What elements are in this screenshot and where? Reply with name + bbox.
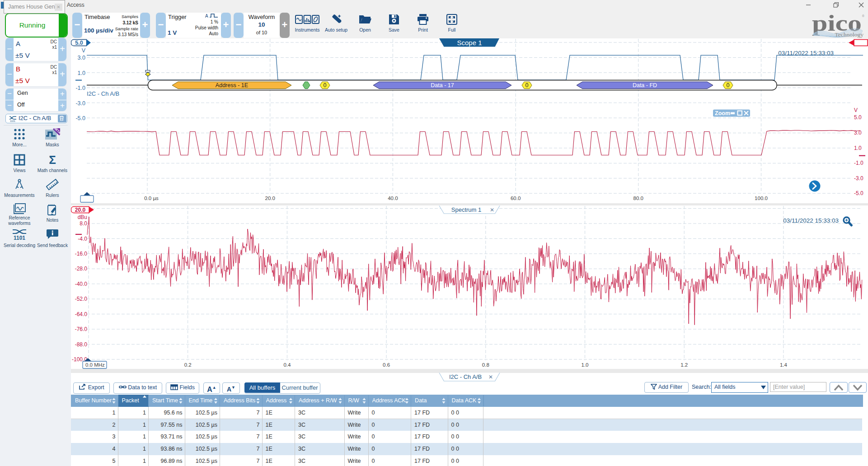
svg-text:V: V (82, 47, 86, 54)
svg-text:dBu: dBu (78, 214, 87, 220)
svg-text:-1.0: -1.0 (854, 160, 863, 166)
svg-text:V: V (854, 107, 858, 113)
svg-text:80.0: 80.0 (633, 196, 643, 201)
svg-text:-5.0: -5.0 (75, 115, 85, 121)
svg-text:-88.0: -88.0 (75, 341, 88, 348)
svg-text:0.6: 0.6 (383, 362, 390, 368)
svg-text:1101: 1101 (14, 235, 25, 241)
svg-text:-3.0: -3.0 (854, 175, 863, 182)
svg-text:3.0: 3.0 (78, 55, 85, 61)
svg-text:20.0: 20.0 (265, 196, 275, 201)
svg-text:0.8: 0.8 (482, 362, 489, 368)
svg-text:®: ® (862, 14, 865, 18)
svg-text:0.0 µs: 0.0 µs (144, 196, 159, 201)
svg-text:1.4: 1.4 (780, 362, 788, 368)
svg-text:-28.0: -28.0 (75, 266, 88, 272)
svg-text:1101: 1101 (10, 120, 15, 122)
svg-text:60.0: 60.0 (511, 196, 521, 201)
svg-text:100.0: 100.0 (755, 196, 768, 201)
svg-text:1.0: 1.0 (78, 70, 85, 76)
svg-text:5.0: 5.0 (75, 40, 83, 46)
svg-text:I2C - Ch A/B: I2C - Ch A/B (449, 373, 482, 380)
svg-text:-76.0: -76.0 (75, 326, 88, 332)
svg-text:I2C - Ch A/B: I2C - Ch A/B (87, 90, 119, 97)
svg-text:Σ: Σ (49, 154, 56, 166)
svg-text:-16.0: -16.0 (75, 251, 88, 257)
svg-text:✕: ✕ (490, 207, 494, 213)
svg-text:0: 0 (525, 82, 529, 89)
svg-text:3.0: 3.0 (854, 130, 862, 136)
svg-text:8.0: 8.0 (80, 220, 87, 227)
svg-text:03/11/2022 15:33:03: 03/11/2022 15:33:03 (783, 217, 839, 224)
svg-text:Data - FD: Data - FD (633, 82, 657, 89)
svg-text:-5.0: -5.0 (854, 190, 863, 196)
svg-text:1.2: 1.2 (680, 362, 688, 368)
svg-text:1.0: 1.0 (582, 362, 589, 368)
svg-text:0: 0 (324, 82, 327, 89)
svg-text:0.0 MHz: 0.0 MHz (85, 362, 105, 368)
svg-text:-4.0: -4.0 (78, 236, 87, 242)
svg-text:03/11/2022 15:33:03: 03/11/2022 15:33:03 (778, 50, 834, 56)
svg-text:Data - 17: Data - 17 (431, 82, 454, 89)
svg-text:40.0: 40.0 (388, 196, 398, 201)
svg-text:0.4: 0.4 (283, 362, 291, 368)
svg-text:-64.0: -64.0 (75, 311, 88, 317)
svg-text:1.0: 1.0 (854, 145, 862, 151)
svg-text:0: 0 (727, 82, 730, 89)
svg-text:Technology: Technology (835, 31, 863, 38)
svg-text:-40.0: -40.0 (75, 281, 88, 287)
svg-text:-52.0: -52.0 (75, 296, 88, 302)
svg-text:✕: ✕ (488, 374, 493, 380)
svg-text:Spectrum 1: Spectrum 1 (451, 206, 481, 213)
svg-text:-1.0: -1.0 (75, 85, 85, 91)
svg-text:-3.0: -3.0 (75, 100, 85, 107)
svg-text:Zoom: Zoom (715, 110, 730, 116)
svg-text:Address - 1E: Address - 1E (216, 82, 248, 89)
svg-text:0.2: 0.2 (184, 362, 192, 368)
svg-text:5.0: 5.0 (854, 114, 862, 121)
svg-text:20.0: 20.0 (75, 207, 86, 213)
svg-text:Scope 1: Scope 1 (457, 39, 482, 47)
